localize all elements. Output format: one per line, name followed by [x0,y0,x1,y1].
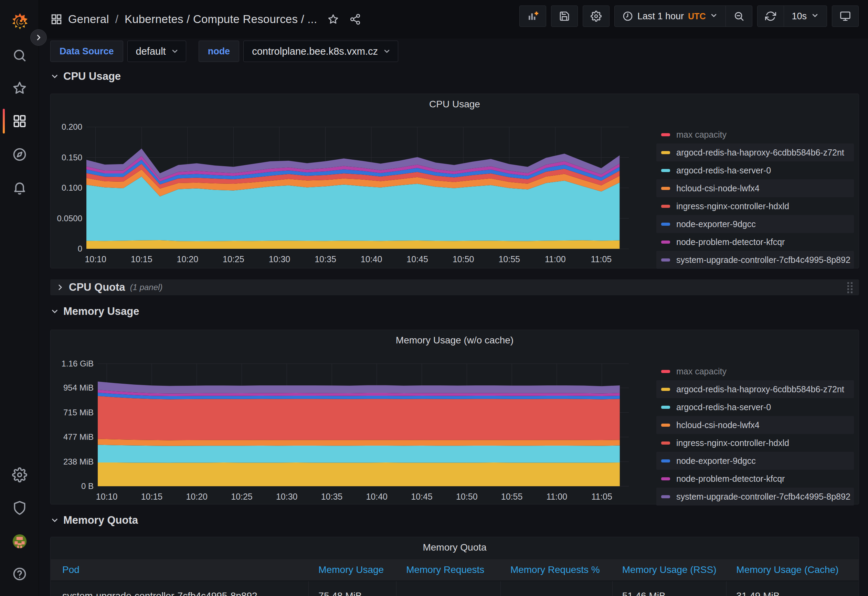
table-column-header[interactable]: Memory Requests % [501,559,613,581]
table-column-header[interactable]: Memory Requests [397,559,501,581]
section-title-memory-quota: Memory Quota [63,514,138,527]
legend-series-color-swatch [661,187,670,190]
starred-dashboards-icon[interactable] [0,77,39,99]
table-column-header[interactable]: Memory Usage (Cache) [726,559,859,581]
legend-series-color-swatch [661,423,670,427]
star-dashboard-icon[interactable] [327,13,339,25]
legend-series-label: argocd-redis-ha-haproxy-6cdbb584b6-z72nt [676,148,844,158]
dashboards-icon[interactable] [0,110,39,132]
monitor-icon [840,11,851,22]
share-dashboard-icon[interactable] [349,13,361,25]
breadcrumb-dashboard-title[interactable]: Kubernetes / Compute Resources / ... [125,13,317,26]
x-axis-tick-label: 11:00 [533,492,581,502]
table-cell: - [397,581,501,596]
area-series [86,240,620,249]
legend-series-label: hcloud-csi-node-lwfx4 [676,183,760,193]
clock-icon [622,11,633,22]
x-axis-tick-label: 10:55 [488,492,536,502]
x-axis-tick-label: 10:40 [347,254,396,264]
sidebar-expand-button[interactable] [30,29,47,46]
legend-item[interactable]: node-problem-detector-kfcqr [656,470,854,488]
panel-title-memory-quota[interactable]: Memory Quota [50,542,859,553]
legend-series-label: node-problem-detector-kfcqr [676,237,785,247]
configuration-gear-icon[interactable] [0,464,39,486]
legend-item[interactable]: max capacity [656,125,854,143]
datasource-variable-dropdown[interactable]: default [127,41,186,62]
breadcrumb-root[interactable]: General [68,13,109,26]
chevron-down-icon [50,72,59,81]
save-icon [559,11,570,22]
table-column-header[interactable]: Pod [50,559,309,581]
search-icon[interactable] [0,44,39,66]
x-axis-tick-label: 10:10 [83,492,131,502]
cycle-view-mode-button[interactable] [832,6,859,27]
legend-item[interactable]: argocd-redis-ha-haproxy-6cdbb584b6-z72nt [656,143,854,161]
legend-series-label: argocd-redis-ha-server-0 [676,402,771,412]
legend-series-label: system-upgrade-controller-7cfb4c4995-8p8… [676,492,850,502]
legend-series-color-swatch [661,258,670,261]
node-variable-dropdown[interactable]: controlplane.bee.k8s.vxm.cz [243,41,398,62]
x-axis-tick-label: 10:15 [117,254,165,264]
server-admin-shield-icon[interactable] [0,497,39,519]
chevron-down-icon [710,11,718,21]
legend-series-label: node-problem-detector-kfcqr [676,474,785,484]
table-row: system-upgrade-controller-7cfb4c4995-8p8… [50,581,859,596]
section-row-memory-quota[interactable]: Memory Quota [50,513,138,528]
legend-item[interactable]: ingress-nginx-controller-hdxld [656,434,854,452]
explore-compass-icon[interactable] [0,143,39,165]
grafana-logo-icon[interactable] [10,12,30,32]
save-dashboard-button[interactable] [551,6,578,27]
legend-item[interactable]: node-problem-detector-kfcqr [656,233,854,251]
table-column-header[interactable]: Memory Usage [309,559,397,581]
x-axis-tick-label: 10:15 [128,492,176,502]
dashboard-settings-button[interactable] [583,6,610,27]
section-row-cpu-quota[interactable]: CPU Quota (1 panel) [50,279,859,295]
legend-series-color-swatch [661,223,670,226]
legend-item[interactable]: argocd-redis-ha-haproxy-6cdbb584b6-z72nt [656,380,854,398]
plot-area[interactable] [98,364,629,486]
section-row-cpu-usage[interactable]: CPU Usage [50,69,121,84]
alerting-bell-icon[interactable] [0,177,39,199]
timezone-label: UTC [688,11,706,21]
legend-item[interactable]: argocd-redis-ha-server-0 [656,398,854,416]
y-axis-tick-label: 0 B [52,481,94,491]
legend-series-color-swatch [661,406,670,409]
legend-item[interactable]: hcloud-csi-node-lwfx4 [656,179,854,197]
zoom-out-time-button[interactable] [726,6,752,27]
refresh-interval-picker[interactable]: 10s [784,6,827,27]
legend-item[interactable]: hcloud-csi-node-lwfx4 [656,416,854,434]
refresh-dashboard-button[interactable] [757,6,784,27]
datasource-variable-value: default [136,46,166,57]
refresh-group: 10s [757,6,827,27]
x-axis-tick-label: 10:30 [263,492,311,502]
y-axis-tick-label: 954 MiB [52,383,94,392]
node-variable-value: controlplane.bee.k8s.vxm.cz [252,46,378,57]
table-header-row: PodMemory UsageMemory RequestsMemory Req… [50,559,859,581]
legend-series-label: ingress-nginx-controller-hdxld [676,201,789,211]
time-range-picker[interactable]: Last 1 hour UTC [615,6,726,27]
plot-area[interactable] [86,127,629,249]
legend-item[interactable]: node-exporter-9dgcc [656,215,854,233]
legend-series-color-swatch [661,240,670,243]
user-avatar[interactable] [0,530,39,552]
table-cell: system-upgrade-controller-7cfb4c4995-8p8… [50,581,309,596]
dashboard-grid-icon[interactable] [50,13,63,25]
legend-item[interactable]: system-upgrade-controller-7cfb4c4995-8p8… [656,251,854,269]
legend-item[interactable]: argocd-redis-ha-server-0 [656,161,854,179]
template-variables: Data Source default node controlplane.be… [50,41,398,62]
table-cell: - [501,581,613,596]
y-axis-tick-label: 715 MiB [52,408,94,417]
chevron-down-icon [811,11,819,21]
drag-handle-icon[interactable] [847,282,853,293]
help-icon[interactable] [0,563,39,585]
legend-item[interactable]: system-upgrade-controller-7cfb4c4995-8p8… [656,488,854,506]
legend-item[interactable]: ingress-nginx-controller-hdxld [656,197,854,215]
chevron-right-icon [56,283,65,292]
legend-item[interactable]: node-exporter-9dgcc [656,452,854,470]
y-axis-tick-label: 477 MiB [52,432,94,442]
add-panel-button[interactable] [520,6,546,27]
section-row-memory-usage[interactable]: Memory Usage [50,304,139,319]
table-column-header[interactable]: Memory Usage (RSS) [613,559,727,581]
legend-item[interactable]: max capacity [656,362,854,380]
x-axis-tick-label: 10:55 [485,254,533,264]
